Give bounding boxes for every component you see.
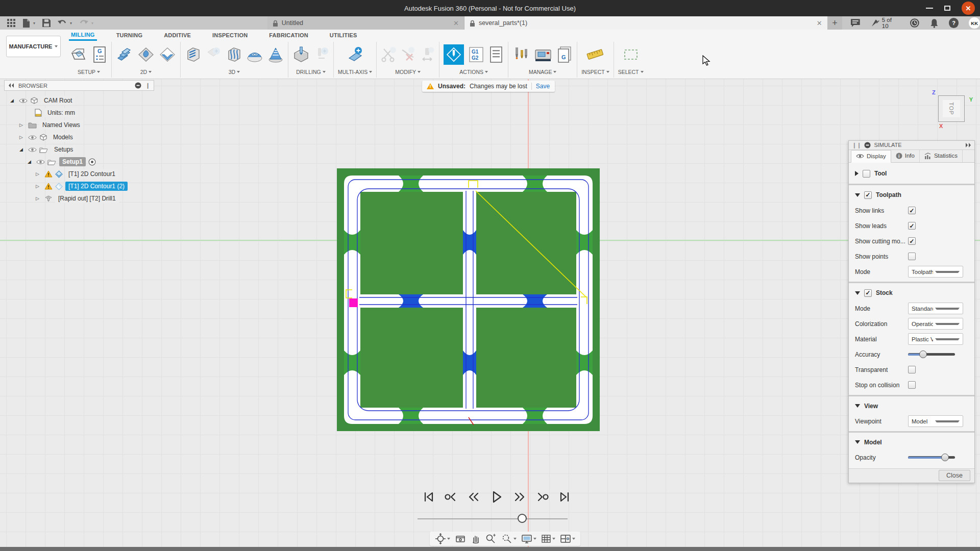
section-view[interactable]: View [849,398,974,414]
stop-on-collision-checkbox[interactable] [908,381,916,389]
visibility-eye-icon[interactable] [28,135,37,140]
2d-contour-icon[interactable] [159,46,176,63]
app-grid-icon[interactable] [7,19,15,27]
2d-adaptive-icon[interactable] [116,46,133,63]
section-expanded-icon[interactable] [855,404,860,408]
orbit-button[interactable] [435,533,450,544]
section-expanded-icon[interactable] [855,193,860,197]
visibility-eye-icon[interactable] [36,159,45,165]
active-setup-radio-icon[interactable] [88,158,96,166]
visibility-eye-icon[interactable] [28,147,37,153]
show-links-checkbox[interactable] [908,207,916,214]
section-model[interactable]: Model [849,435,974,450]
close-simulate-button[interactable]: Close [939,470,970,481]
show-leads-checkbox[interactable] [908,222,916,230]
workspace-selector[interactable]: MANUFACTURE [6,36,61,57]
minimize-button[interactable] [926,8,933,9]
tree-item-cam-root[interactable]: ◢ CAM Root [4,94,154,107]
opacity-slider-handle[interactable] [941,454,949,461]
group-label-drilling[interactable]: DRILLING [296,67,325,77]
morphed-spiral-icon[interactable] [246,46,263,63]
tool-library-icon[interactable] [512,46,530,63]
stock-mode-select[interactable]: Standard [908,303,963,314]
grid-settings-button[interactable] [541,534,555,544]
group-label-actions[interactable]: ACTIONS [459,67,488,77]
notifications-bell-icon[interactable] [930,18,939,28]
viewpoint-select[interactable]: Model [908,415,963,427]
group-label-modify[interactable]: MODIFY [395,67,421,77]
tab-inspection[interactable]: INSPECTION [210,31,250,40]
select-marquee-icon[interactable] [622,46,640,63]
section-expanded-icon[interactable] [855,291,860,295]
viewports-button[interactable] [560,534,575,544]
panel-options-icon[interactable] [864,142,871,148]
playback-skip-end-button[interactable] [558,491,571,503]
undo-caret[interactable]: ▾ [70,21,72,26]
expander-icon[interactable]: ▷ [19,122,26,128]
simulation-timeline[interactable] [418,518,568,519]
display-settings-caret[interactable] [533,538,536,540]
expander-icon[interactable]: ▷ [36,196,42,201]
section-toolpath[interactable]: Toolpath [849,187,974,203]
close-tab-icon[interactable]: ✕ [817,19,822,27]
simulate-icon-active[interactable] [444,44,464,65]
section-stock[interactable]: Stock [849,285,974,301]
redo-icon[interactable] [79,19,88,27]
tab-several-parts[interactable]: several_parts*(1) ✕ [464,16,827,30]
save-link[interactable]: Save [536,83,550,90]
section-tool[interactable]: Tool [849,166,974,182]
spiral-icon[interactable] [267,46,284,63]
viewcube[interactable]: Z Y X TOP [932,88,973,129]
new-setup-icon[interactable] [70,46,88,63]
viewport-canvas[interactable]: Unsaved: Changes may be lost Save Z Y X … [0,79,980,547]
drill-icon[interactable] [292,46,310,63]
file-menu-icon[interactable] [22,19,30,28]
viewports-caret[interactable] [572,538,575,540]
grid-settings-caret[interactable] [552,538,555,540]
tree-item-units[interactable]: Units: mm [4,107,154,119]
playback-previous-operation-button[interactable] [444,491,457,503]
expander-icon[interactable]: ▷ [19,135,26,140]
expander-icon[interactable]: ▷ [36,171,42,177]
setup-sheet-icon[interactable] [488,46,504,63]
help-icon[interactable]: ? [949,18,959,28]
redo-caret[interactable]: ▾ [91,21,93,26]
nc-program-icon[interactable]: G [92,46,107,63]
visibility-eye-icon[interactable] [19,98,28,104]
multiaxis-contour-icon[interactable] [347,46,364,63]
job-status[interactable]: 5 of 10 [871,17,899,29]
group-label-setup[interactable]: SETUP [78,67,100,77]
measure-icon[interactable] [586,46,604,63]
tab-utilities[interactable]: UTILITIES [328,31,359,40]
look-at-button[interactable] [455,534,466,544]
group-label-2d[interactable]: 2D [140,67,152,77]
tab-display[interactable]: Display [851,150,891,163]
tab-additive[interactable]: ADDITIVE [162,31,193,40]
2d-pocket-icon[interactable] [137,46,155,63]
playback-step-back-button[interactable] [467,491,480,503]
file-menu-caret[interactable]: ▾ [33,21,35,26]
post-process-icon[interactable]: G1G2 [468,46,484,63]
group-label-select[interactable]: SELECT [618,67,644,77]
post-library-icon[interactable]: G [556,46,573,63]
show-points-checkbox[interactable] [908,253,916,260]
close-window-button[interactable]: ✕ [962,2,975,15]
tool-checkbox[interactable] [863,170,870,178]
expander-icon[interactable]: ◢ [28,159,34,164]
tab-untitled[interactable]: Untitled ✕ [267,16,464,30]
collapse-panel-icon[interactable] [8,83,14,88]
accuracy-slider-handle[interactable] [919,350,927,358]
panel-options-icon[interactable] [135,82,141,89]
toolpath-checkbox[interactable] [864,191,872,199]
expander-icon[interactable]: ◢ [19,147,26,152]
accuracy-slider[interactable] [908,350,955,359]
playback-step-forward-button[interactable] [513,491,526,503]
tree-item-named-views[interactable]: ▷ Named Views [4,119,154,131]
stock-checkbox[interactable] [864,289,872,297]
save-icon[interactable] [42,19,51,27]
tree-item-contour1-2[interactable]: ▷ [T1] 2D Contour1 (2) [4,180,154,192]
group-label-manage[interactable]: MANAGE [529,67,557,77]
maximize-button[interactable] [944,6,950,11]
tab-statistics[interactable]: Statistics [920,150,963,162]
toolpath-mode-select[interactable]: Toolpath before ... [908,266,963,278]
